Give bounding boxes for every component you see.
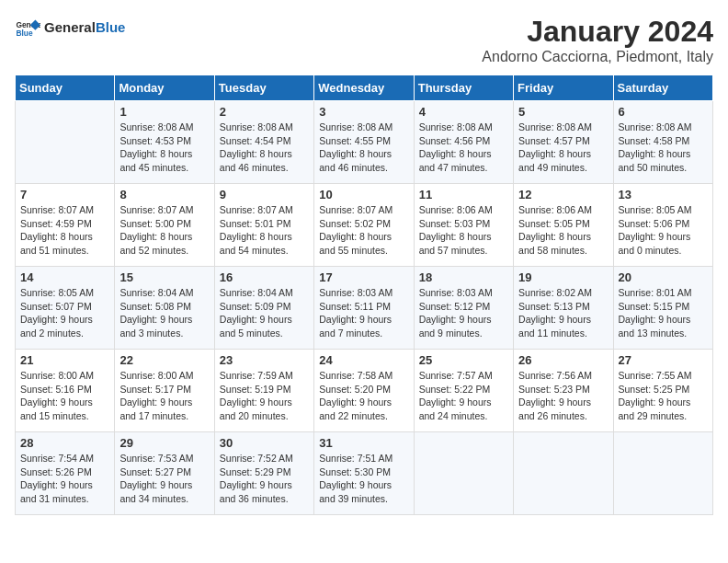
calendar-cell: 19Sunrise: 8:02 AMSunset: 5:13 PMDayligh… (514, 267, 613, 350)
day-number: 8 (119, 188, 209, 201)
day-number: 16 (220, 270, 309, 284)
day-info: Sunrise: 8:07 AMSunset: 5:01 PMDaylight:… (220, 203, 309, 258)
calendar-cell: 29Sunrise: 7:53 AMSunset: 5:27 PMDayligh… (115, 432, 214, 515)
calendar-cell: 20Sunrise: 8:01 AMSunset: 5:15 PMDayligh… (613, 267, 712, 350)
day-number: 13 (619, 188, 708, 201)
day-info: Sunrise: 8:08 AMSunset: 4:54 PMDaylight:… (220, 121, 309, 175)
logo-icon: General Blue (15, 15, 40, 40)
day-number: 27 (619, 353, 708, 367)
calendar-cell: 24Sunrise: 7:58 AMSunset: 5:20 PMDayligh… (314, 350, 414, 432)
calendar-cell: 30Sunrise: 7:52 AMSunset: 5:29 PMDayligh… (214, 432, 313, 515)
day-number: 29 (119, 436, 209, 450)
calendar-cell (514, 432, 613, 515)
day-number: 12 (518, 188, 608, 201)
calendar-cell: 8Sunrise: 8:07 AMSunset: 5:00 PMDaylight… (115, 184, 214, 267)
calendar-cell: 26Sunrise: 7:56 AMSunset: 5:23 PMDayligh… (514, 350, 613, 432)
calendar-cell: 14Sunrise: 8:05 AMSunset: 5:07 PMDayligh… (16, 267, 115, 350)
day-number: 15 (119, 270, 209, 284)
calendar-cell: 16Sunrise: 8:04 AMSunset: 5:09 PMDayligh… (214, 267, 313, 350)
calendar-cell: 17Sunrise: 8:03 AMSunset: 5:11 PMDayligh… (314, 267, 414, 350)
day-info: Sunrise: 7:55 AMSunset: 5:25 PMDaylight:… (619, 369, 708, 423)
day-number: 3 (319, 105, 408, 119)
calendar-cell: 1Sunrise: 8:08 AMSunset: 4:53 PMDaylight… (115, 101, 214, 184)
day-info: Sunrise: 7:53 AMSunset: 5:27 PMDaylight:… (119, 452, 209, 506)
day-info: Sunrise: 8:08 AMSunset: 4:56 PMDaylight:… (419, 121, 508, 175)
day-info: Sunrise: 7:51 AMSunset: 5:30 PMDaylight:… (319, 452, 408, 506)
calendar-cell: 18Sunrise: 8:03 AMSunset: 5:12 PMDayligh… (414, 267, 513, 350)
day-info: Sunrise: 8:05 AMSunset: 5:06 PMDaylight:… (619, 203, 708, 258)
week-row-3: 14Sunrise: 8:05 AMSunset: 5:07 PMDayligh… (16, 267, 713, 350)
day-info: Sunrise: 8:08 AMSunset: 4:58 PMDaylight:… (619, 121, 708, 175)
calendar-cell (414, 432, 513, 515)
day-info: Sunrise: 8:07 AMSunset: 4:59 PMDaylight:… (20, 203, 109, 258)
day-info: Sunrise: 8:08 AMSunset: 4:53 PMDaylight:… (119, 121, 209, 175)
title-block: January 2024 Andorno Cacciorna, Piedmont… (482, 15, 713, 65)
day-info: Sunrise: 8:06 AMSunset: 5:03 PMDaylight:… (419, 203, 508, 258)
calendar-cell: 13Sunrise: 8:05 AMSunset: 5:06 PMDayligh… (613, 184, 712, 267)
day-info: Sunrise: 7:57 AMSunset: 5:22 PMDaylight:… (419, 369, 508, 423)
day-number: 2 (220, 105, 309, 119)
day-header-monday: Monday (115, 75, 214, 101)
calendar-cell: 12Sunrise: 8:06 AMSunset: 5:05 PMDayligh… (514, 184, 613, 267)
day-info: Sunrise: 8:04 AMSunset: 5:09 PMDaylight:… (220, 286, 309, 340)
day-info: Sunrise: 8:00 AMSunset: 5:17 PMDaylight:… (119, 369, 209, 423)
logo-general-text: General (44, 19, 96, 35)
calendar-cell: 4Sunrise: 8:08 AMSunset: 4:56 PMDaylight… (414, 101, 513, 184)
calendar-cell: 10Sunrise: 8:07 AMSunset: 5:02 PMDayligh… (314, 184, 414, 267)
week-row-5: 28Sunrise: 7:54 AMSunset: 5:26 PMDayligh… (16, 432, 713, 515)
day-number: 22 (119, 353, 209, 367)
day-header-thursday: Thursday (414, 75, 513, 101)
day-info: Sunrise: 8:03 AMSunset: 5:12 PMDaylight:… (419, 286, 508, 340)
day-info: Sunrise: 8:06 AMSunset: 5:05 PMDaylight:… (518, 203, 608, 258)
day-info: Sunrise: 7:52 AMSunset: 5:29 PMDaylight:… (220, 452, 309, 506)
day-number: 25 (419, 353, 508, 367)
day-number: 23 (220, 353, 309, 367)
day-number: 9 (220, 188, 309, 201)
day-info: Sunrise: 8:03 AMSunset: 5:11 PMDaylight:… (319, 286, 408, 340)
day-number: 24 (319, 353, 408, 367)
calendar-cell: 2Sunrise: 8:08 AMSunset: 4:54 PMDaylight… (214, 101, 313, 184)
day-number: 5 (518, 105, 608, 119)
calendar-body: 1Sunrise: 8:08 AMSunset: 4:53 PMDaylight… (16, 101, 713, 515)
page-title: January 2024 (482, 15, 713, 49)
logo-blue-text: Blue (96, 19, 126, 35)
day-number: 11 (419, 188, 508, 201)
day-number: 21 (20, 353, 109, 367)
calendar-cell: 25Sunrise: 7:57 AMSunset: 5:22 PMDayligh… (414, 350, 513, 432)
day-info: Sunrise: 8:01 AMSunset: 5:15 PMDaylight:… (619, 286, 708, 340)
day-number: 10 (319, 188, 408, 201)
calendar-cell: 28Sunrise: 7:54 AMSunset: 5:26 PMDayligh… (16, 432, 115, 515)
calendar-cell: 31Sunrise: 7:51 AMSunset: 5:30 PMDayligh… (314, 432, 414, 515)
day-number: 6 (619, 105, 708, 119)
calendar-cell: 9Sunrise: 8:07 AMSunset: 5:01 PMDaylight… (214, 184, 313, 267)
day-info: Sunrise: 7:54 AMSunset: 5:26 PMDaylight:… (20, 452, 109, 506)
day-number: 26 (518, 353, 608, 367)
day-number: 14 (20, 270, 109, 284)
day-number: 18 (419, 270, 508, 284)
day-header-sunday: Sunday (16, 75, 115, 101)
page-subtitle: Andorno Cacciorna, Piedmont, Italy (482, 49, 713, 65)
calendar-table: SundayMondayTuesdayWednesdayThursdayFrid… (15, 75, 713, 515)
calendar-cell: 5Sunrise: 8:08 AMSunset: 4:57 PMDaylight… (514, 101, 613, 184)
day-info: Sunrise: 8:05 AMSunset: 5:07 PMDaylight:… (20, 286, 109, 340)
day-number: 28 (20, 436, 109, 450)
day-number: 30 (220, 436, 309, 450)
day-number: 20 (619, 270, 708, 284)
day-info: Sunrise: 7:59 AMSunset: 5:19 PMDaylight:… (220, 369, 309, 423)
calendar-cell: 7Sunrise: 8:07 AMSunset: 4:59 PMDaylight… (16, 184, 115, 267)
calendar-cell: 21Sunrise: 8:00 AMSunset: 5:16 PMDayligh… (16, 350, 115, 432)
day-number: 7 (20, 188, 109, 201)
day-number: 19 (518, 270, 608, 284)
day-info: Sunrise: 8:08 AMSunset: 4:57 PMDaylight:… (518, 121, 608, 175)
day-number: 4 (419, 105, 508, 119)
day-info: Sunrise: 8:04 AMSunset: 5:08 PMDaylight:… (119, 286, 209, 340)
calendar-cell (613, 432, 712, 515)
calendar-cell (16, 101, 115, 184)
days-header-row: SundayMondayTuesdayWednesdayThursdayFrid… (16, 75, 713, 101)
day-number: 1 (119, 105, 209, 119)
day-info: Sunrise: 7:56 AMSunset: 5:23 PMDaylight:… (518, 369, 608, 423)
day-info: Sunrise: 7:58 AMSunset: 5:20 PMDaylight:… (319, 369, 408, 423)
calendar-cell: 22Sunrise: 8:00 AMSunset: 5:17 PMDayligh… (115, 350, 214, 432)
week-row-2: 7Sunrise: 8:07 AMSunset: 4:59 PMDaylight… (16, 184, 713, 267)
calendar-cell: 11Sunrise: 8:06 AMSunset: 5:03 PMDayligh… (414, 184, 513, 267)
